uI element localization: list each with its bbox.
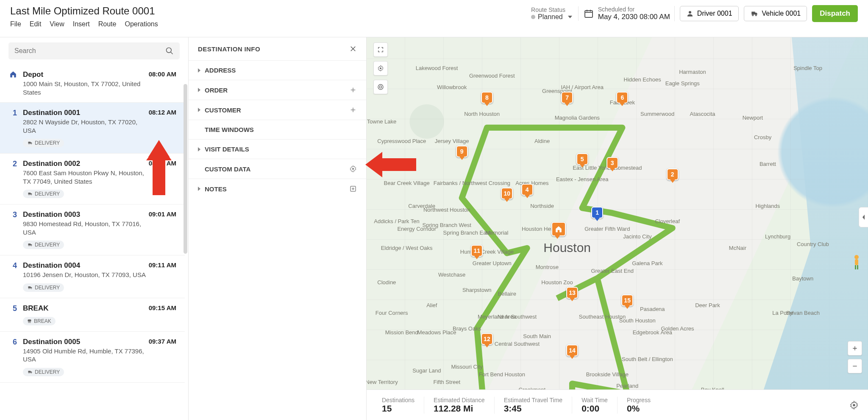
- search-box[interactable]: [8, 42, 180, 59]
- svg-point-20: [854, 255, 859, 259]
- stops-list[interactable]: Depot1000 Main St, Houston, TX 77002, Un…: [0, 64, 188, 420]
- map-marker[interactable]: 12: [481, 333, 493, 347]
- map-marker[interactable]: 13: [566, 287, 578, 301]
- map-locate-button[interactable]: [373, 80, 388, 94]
- map[interactable]: Lakewood ForestGreenwood ForestWillowbro…: [367, 37, 868, 420]
- zoom-in-button[interactable]: [848, 341, 862, 356]
- stops-sidebar: Depot1000 Main St, Houston, TX 77002, Un…: [0, 37, 189, 420]
- menu-item-edit[interactable]: Edit: [30, 20, 42, 28]
- plus-icon[interactable]: [349, 106, 357, 114]
- map-place-label: Sharpstown: [462, 287, 492, 293]
- vehicle-button[interactable]: Vehicle 0001: [744, 6, 807, 21]
- stop-row[interactable]: 2Destination 00027600 East Sam Houston P…: [0, 154, 185, 204]
- map-place-label: Montrose: [536, 264, 559, 270]
- stop-row[interactable]: 1Destination 00012802 N Wayside Dr, Hous…: [0, 103, 185, 154]
- map-place-label: Bellaire: [498, 291, 516, 297]
- zoom-out-button[interactable]: [848, 359, 862, 373]
- menu-item-operations[interactable]: Operations: [125, 20, 158, 28]
- note-add-icon[interactable]: [349, 185, 357, 193]
- map-marker[interactable]: 9: [456, 146, 468, 160]
- svg-point-10: [31, 246, 32, 246]
- map-marker[interactable]: 4: [521, 184, 533, 198]
- menu-item-insert[interactable]: Insert: [73, 20, 90, 28]
- stop-row[interactable]: Depot1000 Main St, Houston, TX 77002, Un…: [0, 64, 185, 103]
- map-place-label: Northside: [530, 202, 554, 209]
- gear-icon[interactable]: [349, 165, 357, 173]
- map-place-label: Harmaston: [679, 69, 706, 75]
- svg-rect-22: [855, 265, 856, 269]
- svg-rect-0: [585, 11, 593, 17]
- map-marker[interactable]: 10: [501, 188, 513, 202]
- map-settings-button[interactable]: [373, 61, 388, 76]
- info-row-custom-data[interactable]: CUSTOM DATA: [189, 159, 366, 179]
- close-icon[interactable]: [349, 45, 357, 53]
- map-marker[interactable]: 15: [621, 294, 633, 309]
- destination-info-panel: DESTINATION INFO ADDRESSORDERCUSTOMERTIM…: [189, 37, 367, 420]
- stop-row[interactable]: 6Destination 000514905 Old Humble Rd, Hu…: [0, 332, 185, 383]
- stop-title: Destination 0001: [23, 109, 149, 117]
- stop-tag: DELIVERY: [23, 190, 64, 198]
- route-status[interactable]: Route Status Planned: [531, 6, 579, 21]
- status-dot-icon: [531, 15, 535, 19]
- stat-label: Estimated Distance: [434, 397, 485, 403]
- map-place-label: Near Southwest: [498, 314, 537, 320]
- map-place-label: Carverdale: [408, 202, 435, 209]
- info-row-visit-details[interactable]: VISIT DETAILS: [189, 139, 366, 159]
- footer-settings-button[interactable]: [849, 400, 862, 410]
- map-place-label: Hunters Creek Village: [460, 249, 514, 255]
- map-marker[interactable]: 14: [566, 344, 578, 359]
- person-icon: [686, 10, 694, 17]
- svg-point-19: [378, 84, 383, 90]
- scheduled-value: May 4, 2030 08:00 AM: [598, 13, 670, 21]
- dispatch-button[interactable]: Dispatch: [812, 5, 858, 22]
- route-title: Last Mile Optimized Route 0001: [10, 5, 158, 17]
- map-place-label: Golden Acres: [661, 325, 694, 331]
- map-place-label: Fort Bend Houston: [479, 371, 525, 377]
- driver-button[interactable]: Driver 0001: [680, 6, 739, 21]
- map-marker[interactable]: 6: [616, 92, 628, 106]
- collapse-panel-button[interactable]: [859, 207, 868, 227]
- stop-address: 2802 N Wayside Dr, Houston, TX 77020, US…: [23, 118, 149, 134]
- map-marker[interactable]: 2: [667, 168, 679, 183]
- stop-index: 4: [8, 261, 19, 292]
- scheduled-for[interactable]: Scheduled for May 4, 2030 08:00 AM: [584, 6, 675, 21]
- menu-item-view[interactable]: View: [50, 20, 64, 28]
- map-place-label: Willowbrook: [437, 84, 467, 90]
- map-place-label: Mission Bend: [385, 329, 418, 335]
- stop-row[interactable]: 3Destination 00039830 Homestead Rd, Hous…: [0, 204, 185, 255]
- map-place-label: Houston Zoo: [541, 279, 573, 286]
- pegman-icon[interactable]: [850, 254, 863, 271]
- info-row-customer[interactable]: CUSTOMER: [189, 100, 366, 120]
- map-marker-depot[interactable]: [551, 222, 563, 236]
- svg-point-3: [755, 14, 757, 16]
- stop-row[interactable]: 5BREAKBREAK09:15 AM: [0, 298, 185, 332]
- map-marker[interactable]: 1: [591, 207, 603, 221]
- map-place-label: Hidden Echoes: [624, 76, 661, 83]
- map-marker[interactable]: 11: [471, 245, 483, 259]
- menu-item-file[interactable]: File: [10, 20, 21, 28]
- scrollbar[interactable]: [184, 84, 187, 254]
- map-marker[interactable]: 8: [481, 92, 493, 106]
- info-panel-title: DESTINATION INFO: [198, 45, 260, 53]
- scheduled-label: Scheduled for: [598, 6, 670, 13]
- map-marker[interactable]: 5: [576, 153, 588, 168]
- info-row-order[interactable]: ORDER: [189, 80, 366, 100]
- info-row-notes[interactable]: NOTES: [189, 179, 366, 199]
- map-marker[interactable]: 7: [561, 92, 573, 106]
- stop-tag: DELIVERY: [23, 241, 64, 249]
- info-row-label: NOTES: [205, 185, 227, 193]
- map-place-label: Greater Uptown: [473, 260, 512, 266]
- map-marker[interactable]: 3: [606, 157, 618, 171]
- plus-icon[interactable]: [349, 86, 357, 94]
- fullscreen-button[interactable]: [373, 42, 388, 57]
- search-input[interactable]: [14, 47, 165, 55]
- stop-index: 5: [8, 304, 19, 325]
- menu-item-route[interactable]: Route: [98, 20, 117, 28]
- map-place-label: Crosby: [754, 134, 771, 140]
- stat-value: 0:00: [581, 403, 608, 414]
- info-row-address[interactable]: ADDRESS: [189, 60, 366, 80]
- info-row-time-windows[interactable]: TIME WINDOWS: [189, 120, 366, 139]
- stop-row[interactable]: 4Destination 000410196 Jensen Dr, Housto…: [0, 255, 185, 298]
- map-place-label: Greater East End: [591, 268, 633, 274]
- map-place-label: New Territory: [367, 378, 398, 385]
